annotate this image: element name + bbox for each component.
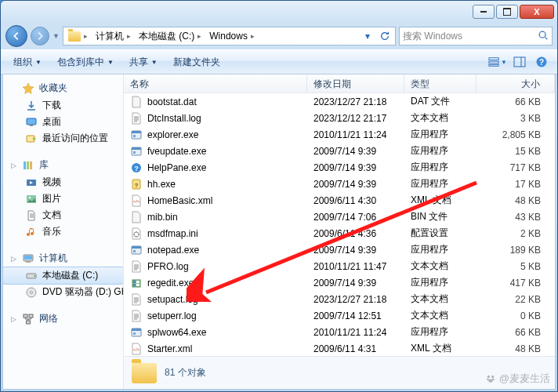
nav-desktop[interactable]: 桌面 [3,114,123,130]
nav-music[interactable]: 音乐 [3,223,123,240]
preview-button[interactable] [510,53,529,71]
breadcrumb-root[interactable]: ▸ [65,27,92,45]
main-pane: 名称 修改日期 类型 大小 bootstat.dat2023/12/27 21:… [124,74,555,389]
file-size: 2,805 KB [483,129,555,140]
library-icon [22,159,34,172]
file-date: 2009/6/11 4:31 [313,343,411,354]
file-icon [130,129,143,141]
svg-rect-28 [132,131,141,133]
close-button[interactable]: X [520,5,554,19]
file-row[interactable]: explorer.exe2010/11/21 11:24应用程序2,805 KB [124,126,555,143]
svg-point-16 [29,196,31,198]
file-row[interactable]: ?HelpPane.exe2009/7/14 9:39应用程序717 KB [124,159,555,176]
titlebar: X [1,1,557,23]
file-icon [130,227,143,240]
svg-point-54 [491,376,494,378]
minimize-button[interactable] [473,5,495,19]
file-row[interactable]: setuperr.log2009/7/14 12:51文本文档0 KB [124,307,555,324]
col-date[interactable]: 修改日期 [307,74,404,93]
nav-downloads[interactable]: 下载 [3,97,123,114]
breadcrumb-0[interactable]: 计算机▸ [92,27,136,45]
svg-point-56 [492,379,495,381]
help-button[interactable]: ? [532,53,551,71]
file-date: 2023/12/27 21:18 [313,96,411,107]
maximize-button[interactable] [496,5,518,19]
file-row[interactable]: mib.bin2009/7/14 7:06BIN 文件43 KB [124,209,555,225]
svg-rect-18 [24,256,32,260]
svg-rect-1 [489,58,498,60]
breadcrumb-2[interactable]: Windows▸ [206,27,259,45]
col-size[interactable]: 大小 [476,74,555,93]
file-name: msdfmap.ini [147,228,198,239]
include-button[interactable]: 包含到库中▼ [51,53,120,72]
col-name[interactable]: 名称 [124,74,307,93]
view-button[interactable]: ▼ [488,53,507,71]
svg-text:?: ? [134,164,139,172]
file-row[interactable]: </>Starter.xml2009/6/11 4:31XML 文档48 KB [124,340,555,356]
share-button[interactable]: 共享▼ [123,53,164,72]
file-type: 应用程序 [411,325,483,339]
file-type: 应用程序 [411,276,483,289]
status-text: 81 个对象 [165,366,206,379]
file-icon [130,310,143,322]
recent-dropdown[interactable]: ▼ [53,32,60,40]
nav-favorites[interactable]: 收藏夹 [3,79,123,97]
organize-button[interactable]: 组织▼ [7,53,48,72]
newfolder-button[interactable]: 新建文件夹 [167,53,226,72]
nav-pictures[interactable]: 图片 [3,191,123,207]
file-size: 0 KB [483,310,555,321]
nav-drive-c[interactable]: 本地磁盘 (C:) [3,267,123,284]
file-date: 2023/12/27 21:18 [313,294,411,305]
computer-icon [22,252,34,265]
recent-icon [25,132,38,145]
nav-row: ▼ ▸ 计算机▸ 本地磁盘 (C:)▸ Windows▸ ▾ 搜索 Window… [1,23,557,49]
file-name: HomeBasic.xml [147,195,212,206]
search-input[interactable]: 搜索 Windows [399,27,553,45]
nav-documents[interactable]: 文档 [3,207,123,223]
file-icon [130,145,143,158]
file-name: Starter.xml [147,343,192,354]
paw-icon [485,373,496,384]
svg-rect-25 [29,314,33,318]
svg-rect-29 [133,135,136,137]
file-size: 43 KB [483,212,555,223]
music-icon [25,226,38,238]
svg-text:</>: </> [133,347,140,352]
nav-network[interactable]: ▷网络 [3,310,123,328]
svg-rect-12 [27,162,29,169]
file-row[interactable]: bootstat.dat2023/12/27 21:18DAT 文件66 KB [124,93,555,110]
addr-dropdown[interactable]: ▾ [359,27,376,45]
svg-point-55 [487,379,489,381]
nav-videos[interactable]: 视频 [3,174,123,191]
breadcrumb-1[interactable]: 本地磁盘 (C:)▸ [136,27,206,45]
document-icon [25,209,38,222]
arrow-left-icon [11,31,22,42]
file-row[interactable]: msdfmap.ini2009/6/11 4:36配置设置2 KB [124,225,555,241]
file-row[interactable]: PFRO.log2010/11/21 11:47文本文档5 KB [124,258,555,274]
search-icon [538,30,549,43]
file-row[interactable]: ?hh.exe2009/7/14 9:39应用程序17 KB [124,176,555,192]
file-row[interactable]: setupact.log2023/12/27 21:18文本文档22 KB [124,291,555,307]
forward-button[interactable] [31,27,49,45]
file-row[interactable]: </>HomeBasic.xml2009/6/11 4:30XML 文档48 K… [124,192,555,209]
arrow-right-icon [34,31,45,42]
nav-drive-d[interactable]: DVD 驱动器 (D:) GH [3,284,123,300]
file-row[interactable]: splwow64.exe2010/11/21 11:24应用程序66 KB [124,324,555,340]
back-button[interactable] [5,25,27,47]
picture-icon [25,193,38,205]
refresh-button[interactable] [376,27,393,45]
file-row[interactable]: fveupdate.exe2009/7/14 9:39应用程序15 KB [124,143,555,159]
file-type: 文本文档 [411,292,483,306]
file-type: XML 文档 [411,342,483,355]
svg-rect-49 [133,332,136,335]
file-row[interactable]: regedit.exe2009/7/14 9:39应用程序417 KB [124,274,555,291]
nav-libraries[interactable]: ▷库 [3,156,123,174]
nav-recent[interactable]: 最近访问的位置 [3,130,123,147]
address-bar[interactable]: ▸ 计算机▸ 本地磁盘 (C:)▸ Windows▸ ▾ [63,27,396,45]
nav-computer[interactable]: ▷计算机 [3,249,123,267]
file-icon [130,96,143,108]
file-date: 2009/6/11 4:30 [313,195,411,206]
col-type[interactable]: 类型 [404,74,476,93]
file-row[interactable]: notepad.exe2009/7/14 9:39应用程序189 KB [124,241,555,258]
file-row[interactable]: DtcInstall.log2023/12/12 21:17文本文档3 KB [124,110,555,126]
